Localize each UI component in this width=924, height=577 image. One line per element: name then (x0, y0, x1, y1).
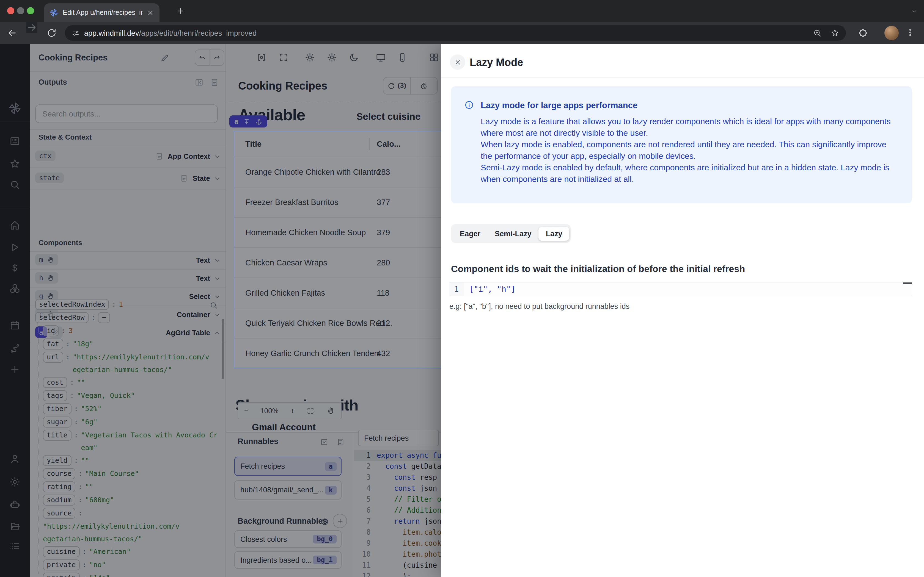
back-icon[interactable] (6, 27, 18, 39)
new-tab-button[interactable] (176, 6, 185, 15)
zoom-page-icon[interactable] (813, 29, 822, 37)
mode-semi-lazy-button[interactable]: Semi-Lazy (488, 227, 539, 240)
infobox-title: Lazy mode for large apps performance (481, 101, 638, 110)
close-icon (454, 58, 461, 66)
lazy-mode-infobox: Lazy mode for large apps performance Laz… (451, 86, 912, 203)
mode-lazy-button[interactable]: Lazy (539, 227, 570, 240)
browser-tab[interactable]: Edit App u/henri/recipes_improved (44, 3, 160, 22)
component-ids-editor[interactable]: 1 ["i", "h"] (449, 282, 912, 296)
browser-menu-icon[interactable] (905, 27, 915, 37)
drawer-title: Lazy Mode (470, 56, 523, 69)
infobox-line: When lazy mode is enabled, components ar… (481, 139, 895, 161)
editor-line-number: 1 (449, 282, 464, 296)
profile-avatar[interactable] (884, 26, 899, 40)
tab-overflow-icon[interactable] (911, 8, 918, 15)
info-circle-icon (464, 100, 474, 110)
mode-eager-button[interactable]: Eager (453, 227, 488, 240)
component-ids-value: ["i", "h"] (469, 282, 515, 296)
address-bar[interactable]: app.windmill.dev/apps/edit/u/henri/recip… (65, 25, 846, 41)
maximize-window-button[interactable] (27, 7, 34, 14)
close-drawer-button[interactable] (450, 55, 465, 70)
screen: Edit App u/henri/recipes_improved app.wi… (0, 0, 924, 577)
minimize-window-button[interactable] (17, 7, 24, 14)
lazy-mode-drawer: Lazy Mode Lazy mode for large apps perfo… (441, 44, 924, 577)
editor-overview-ruler (903, 282, 912, 284)
component-ids-helper: e.g: ["a", "b"], no need to put backgrou… (449, 302, 630, 311)
forward-icon[interactable] (26, 22, 37, 33)
url-text: app.windmill.dev/apps/edit/u/henri/recip… (84, 29, 257, 37)
bookmark-star-icon[interactable] (830, 29, 839, 37)
lazy-mode-segmented-control: EagerSemi-LazyLazy (451, 224, 571, 243)
component-ids-heading: Component ids to wait the initialization… (451, 264, 745, 275)
site-settings-icon[interactable] (71, 29, 80, 37)
browser-tabstrip: Edit App u/henri/recipes_improved (0, 0, 924, 22)
browser-toolbar: app.windmill.dev/apps/edit/u/henri/recip… (0, 22, 924, 44)
app-viewport: Cooking Recipes Outputs State & Context … (0, 44, 924, 577)
tab-title: Edit App u/henri/recipes_improved (63, 9, 142, 16)
close-window-button[interactable] (7, 7, 14, 14)
infobox-line: Semi-Lazy mode is enabled by default, wh… (481, 161, 895, 185)
infobox-body: Lazy mode is a feature that allows you t… (481, 115, 895, 185)
tab-close-icon[interactable] (147, 9, 154, 16)
windmill-favicon-icon (50, 8, 58, 17)
reload-icon[interactable] (46, 27, 57, 39)
extensions-icon[interactable] (858, 28, 868, 38)
infobox-line: Lazy mode is a feature that allows you t… (481, 115, 895, 139)
